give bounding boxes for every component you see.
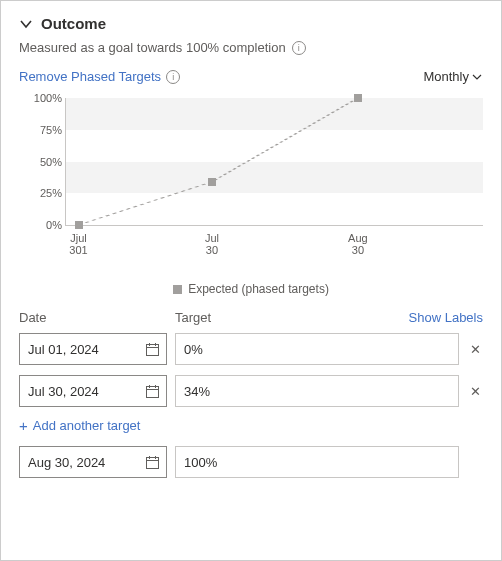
x-tick: Jjul301	[69, 232, 87, 257]
collapse-icon[interactable]	[19, 17, 33, 31]
show-labels-link[interactable]: Show Labels	[409, 310, 483, 325]
target-value: 100%	[184, 455, 217, 470]
x-tick: Aug30	[348, 232, 368, 257]
target-row: Aug 30, 2024 100% ✕	[19, 446, 483, 478]
plus-icon: +	[19, 417, 28, 434]
remove-row-button[interactable]: ✕	[467, 384, 483, 399]
legend-swatch	[173, 285, 182, 294]
target-field[interactable]: 0%	[175, 333, 459, 365]
y-tick: 100%	[24, 92, 62, 104]
calendar-icon[interactable]	[145, 384, 160, 399]
remove-phased-targets-link[interactable]: Remove Phased Targets i	[19, 69, 180, 84]
y-tick: 75%	[24, 124, 62, 136]
date-value: Aug 30, 2024	[28, 455, 145, 470]
svg-rect-0	[147, 344, 159, 355]
date-value: Jul 30, 2024	[28, 384, 145, 399]
svg-rect-8	[147, 457, 159, 468]
y-tick: 25%	[24, 187, 62, 199]
calendar-icon[interactable]	[145, 342, 160, 357]
remove-phased-targets-label: Remove Phased Targets	[19, 69, 161, 84]
section-subtitle: Measured as a goal towards 100% completi…	[19, 40, 286, 55]
target-field[interactable]: 34%	[175, 375, 459, 407]
date-field[interactable]: Aug 30, 2024	[19, 446, 167, 478]
chart-point	[75, 221, 83, 229]
info-icon[interactable]: i	[166, 70, 180, 84]
date-field[interactable]: Jul 30, 2024	[19, 375, 167, 407]
target-value: 34%	[184, 384, 210, 399]
add-another-target-button[interactable]: + Add another target	[19, 417, 140, 434]
x-tick: Jul30	[205, 232, 219, 257]
target-field[interactable]: 100%	[175, 446, 459, 478]
date-value: Jul 01, 2024	[28, 342, 145, 357]
svg-rect-4	[147, 386, 159, 397]
target-row: Jul 01, 2024 0% ✕	[19, 333, 483, 365]
target-value: 0%	[184, 342, 203, 357]
chart-point	[354, 94, 362, 102]
section-title: Outcome	[41, 15, 106, 32]
column-header-date: Date	[19, 310, 175, 325]
info-icon[interactable]: i	[292, 41, 306, 55]
frequency-dropdown[interactable]: Monthly	[423, 69, 483, 84]
y-tick: 50%	[24, 156, 62, 168]
chart-point	[208, 178, 216, 186]
phased-targets-chart: 100% 75% 50% 25% 0% Jjul301 Jul30 Aug30	[19, 94, 483, 254]
frequency-label: Monthly	[423, 69, 469, 84]
chart-legend: Expected (phased targets)	[19, 282, 483, 296]
remove-row-button[interactable]: ✕	[467, 342, 483, 357]
legend-label: Expected (phased targets)	[188, 282, 329, 296]
calendar-icon[interactable]	[145, 455, 160, 470]
column-header-target: Target	[175, 310, 409, 325]
date-field[interactable]: Jul 01, 2024	[19, 333, 167, 365]
y-tick: 0%	[24, 219, 62, 231]
target-row: Jul 30, 2024 34% ✕	[19, 375, 483, 407]
chevron-down-icon	[471, 71, 483, 83]
add-another-target-label: Add another target	[33, 418, 141, 433]
